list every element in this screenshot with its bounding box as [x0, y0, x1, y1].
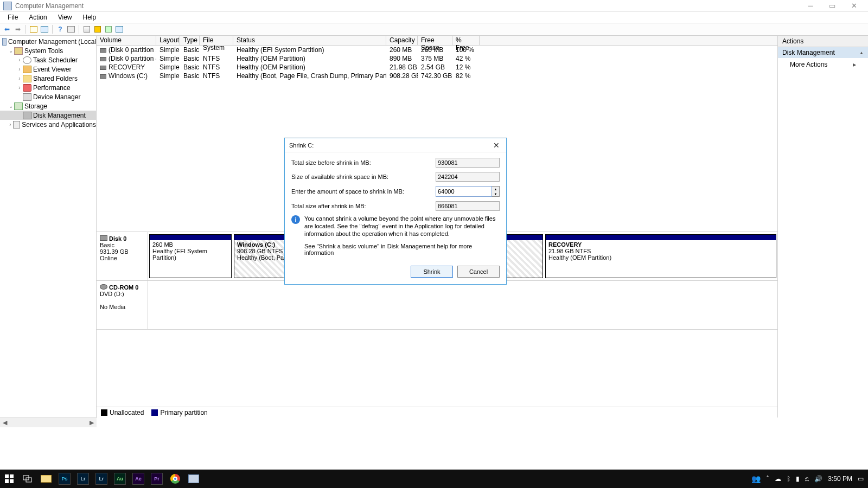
- partition-recovery[interactable]: RECOVERY 21.98 GB NTFS Healthy (OEM Part…: [545, 234, 776, 278]
- cancel-button[interactable]: Cancel: [457, 266, 500, 278]
- app-after-effects[interactable]: Ae: [129, 470, 148, 488]
- tree-hscrollbar[interactable]: ◀ ▶: [0, 418, 97, 427]
- collapse-icon[interactable]: ⌄: [8, 103, 14, 109]
- spinner-up-icon[interactable]: ▲: [492, 187, 499, 191]
- volume-row[interactable]: RECOVERY Simple Basic NTFS Healthy (OEM …: [97, 63, 777, 72]
- file-explorer-button[interactable]: [37, 470, 55, 488]
- tree-storage[interactable]: ⌄ Storage: [0, 101, 96, 111]
- taskbar[interactable]: Ps Lr Lr Au Ae Pr 👥 ˄ ☁ ᛒ ▮ ⎌ 🔊 3:50 PM …: [0, 470, 868, 488]
- close-button[interactable]: ✕: [843, 0, 865, 12]
- expand-icon[interactable]: ›: [16, 66, 23, 72]
- expand-icon[interactable]: ›: [16, 57, 23, 63]
- volume-row[interactable]: Windows (C:) Simple Basic NTFS Healthy (…: [97, 72, 777, 80]
- volume-list[interactable]: (Disk 0 partition 1) Simple Basic Health…: [97, 46, 777, 80]
- dialog-title-bar[interactable]: Shrink C: ✕: [285, 138, 506, 152]
- disk-row-cdrom[interactable]: CD-ROM 0 DVD (D:) No Media: [97, 281, 777, 330]
- app-audition[interactable]: Au: [111, 470, 129, 488]
- menu-action[interactable]: Action: [23, 12, 52, 22]
- maximize-button[interactable]: ▭: [821, 0, 843, 12]
- toolbar-btn-4[interactable]: [82, 24, 92, 34]
- tree-system-tools[interactable]: ⌄ System Tools: [0, 46, 96, 55]
- disk-status: Online: [100, 255, 144, 261]
- menu-file[interactable]: File: [2, 12, 23, 22]
- col-freespace[interactable]: Free Space: [418, 36, 452, 45]
- scroll-left-icon[interactable]: ◀: [0, 419, 10, 426]
- app-lightroom[interactable]: Lr: [74, 470, 92, 488]
- nav-forward-button[interactable]: ➡: [13, 24, 23, 34]
- col-capacity[interactable]: Capacity: [386, 36, 418, 45]
- col-layout[interactable]: Layout: [156, 36, 180, 45]
- tree-device-manager[interactable]: Device Manager: [0, 92, 96, 101]
- task-view-button[interactable]: [18, 470, 37, 488]
- tray-action-center-icon[interactable]: ▭: [858, 475, 864, 483]
- col-status[interactable]: Status: [233, 36, 386, 45]
- chevron-up-icon: ▲: [859, 50, 864, 55]
- tray-bluetooth-icon[interactable]: ᛒ: [787, 475, 790, 483]
- toolbar-btn-6[interactable]: [104, 24, 113, 34]
- tree-root[interactable]: Computer Management (Local: [0, 37, 96, 46]
- col-type[interactable]: Type: [180, 36, 200, 45]
- toolbar-btn-3[interactable]: [66, 24, 76, 34]
- start-button[interactable]: [0, 470, 18, 488]
- actions-header: Actions: [778, 36, 868, 47]
- volume-name: (Disk 0 partition 4): [108, 55, 156, 62]
- volume-row[interactable]: (Disk 0 partition 1) Simple Basic Health…: [97, 46, 777, 54]
- actions-selected[interactable]: Disk Management ▲: [778, 47, 868, 58]
- tray-onedrive-icon[interactable]: ☁: [775, 475, 781, 483]
- expand-icon[interactable]: ›: [16, 75, 23, 81]
- partition-efi[interactable]: 260 MB Healthy (EFI System Partition): [149, 234, 232, 278]
- tree-label: Task Scheduler: [33, 56, 78, 64]
- spinner-down-icon[interactable]: ▼: [492, 191, 499, 196]
- app-premiere[interactable]: Pr: [148, 470, 166, 488]
- input-shrink-amount[interactable]: [436, 186, 492, 197]
- tray-people-icon[interactable]: 👥: [751, 474, 761, 483]
- menu-view[interactable]: View: [53, 12, 78, 22]
- expand-icon[interactable]: ›: [16, 85, 23, 91]
- scroll-right-icon[interactable]: ▶: [87, 419, 97, 426]
- navigation-tree[interactable]: Computer Management (Local ⌄ System Tool…: [0, 36, 97, 418]
- tree-services-apps[interactable]: › Services and Applications: [0, 120, 96, 129]
- app-icon: [3, 2, 12, 10]
- volume-icon: [100, 66, 106, 70]
- minimize-button[interactable]: ─: [800, 0, 821, 12]
- app-photoshop[interactable]: Ps: [55, 470, 74, 488]
- app-chrome[interactable]: [166, 470, 184, 488]
- volume-status: Healthy (OEM Partition): [233, 63, 386, 71]
- col-pctfree[interactable]: % Free: [452, 36, 480, 45]
- col-volume[interactable]: Volume: [97, 36, 156, 45]
- toolbar-btn-1[interactable]: [29, 24, 39, 34]
- label-total-after: Total size after shrink in MB:: [291, 203, 436, 209]
- tray-volume-icon[interactable]: 🔊: [814, 475, 822, 483]
- shrink-button[interactable]: Shrink: [411, 266, 453, 278]
- spinner[interactable]: ▲ ▼: [492, 186, 500, 197]
- toolbar-btn-5[interactable]: [93, 24, 103, 34]
- nav-back-button[interactable]: ⬅: [2, 24, 12, 34]
- toolbar-btn-7[interactable]: [114, 24, 124, 34]
- legend-swatch-unallocated: [101, 409, 107, 416]
- actions-more[interactable]: More Actions ▶: [778, 58, 868, 71]
- tree-disk-management[interactable]: Disk Management: [0, 111, 96, 120]
- volume-fs: NTFS: [200, 63, 233, 71]
- tree-label: Shared Folders: [33, 75, 78, 82]
- tree-shared-folders[interactable]: › Shared Folders: [0, 74, 96, 83]
- app-lightroom-classic[interactable]: Lr: [92, 470, 111, 488]
- dialog-close-button[interactable]: ✕: [491, 141, 502, 150]
- menu-help[interactable]: Help: [78, 12, 102, 22]
- col-filesystem[interactable]: File System: [200, 36, 233, 45]
- expand-icon[interactable]: ›: [8, 121, 13, 127]
- tray-chevron-up-icon[interactable]: ˄: [766, 475, 769, 483]
- app-computer-management[interactable]: [184, 470, 203, 488]
- tray-battery-icon[interactable]: ▮: [796, 475, 800, 483]
- toolbar-btn-2[interactable]: [40, 24, 49, 34]
- tray-clock[interactable]: 3:50 PM: [828, 475, 852, 483]
- label-total-before: Total size before shrink in MB:: [291, 159, 436, 166]
- help-icon[interactable]: ?: [55, 24, 65, 34]
- volume-name: Windows (C:): [108, 72, 148, 80]
- tray-wifi-icon[interactable]: ⎌: [805, 475, 809, 483]
- tree-label: Device Manager: [33, 93, 80, 101]
- collapse-icon[interactable]: ⌄: [8, 48, 14, 54]
- tree-task-scheduler[interactable]: › Task Scheduler: [0, 55, 96, 65]
- tree-event-viewer[interactable]: › Event Viewer: [0, 65, 96, 74]
- tree-performance[interactable]: › Performance: [0, 83, 96, 92]
- volume-row[interactable]: (Disk 0 partition 4) Simple Basic NTFS H…: [97, 54, 777, 63]
